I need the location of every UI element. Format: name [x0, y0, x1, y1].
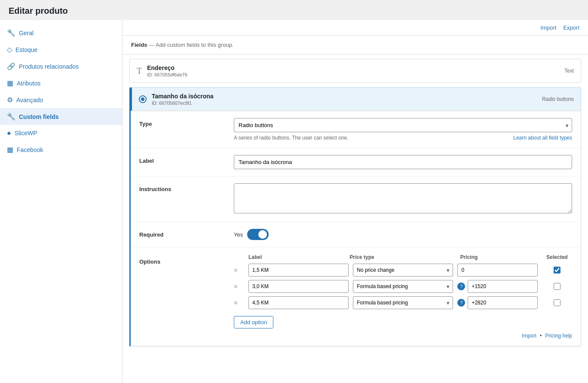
- sidebar-item-label: Atributos: [17, 80, 40, 87]
- label-input[interactable]: [234, 155, 572, 169]
- option-label-input-2[interactable]: [248, 280, 349, 293]
- field-info-tamanho: Tamanho da isócrona ID: 66705607ec9f1: [152, 93, 537, 106]
- option-price-type-col-3: No price change Formula based pricing: [353, 296, 453, 309]
- box-icon: ◇: [7, 46, 12, 54]
- options-content: Label Price type Pricing Selected ≡: [234, 254, 572, 339]
- wrench-icon: 🔧: [7, 29, 15, 37]
- sidebar-item-label: Avançado: [16, 97, 43, 103]
- learn-all-fields-link[interactable]: Learn about all field types: [513, 135, 572, 141]
- option-price-type-select-1[interactable]: No price change Formula based pricing: [353, 264, 453, 277]
- option-label-input-3[interactable]: [248, 296, 349, 309]
- option-selected-checkbox-1[interactable]: [554, 267, 560, 274]
- sidebar-item-label: Produtos relacionados: [19, 63, 79, 70]
- main-content: Import Export Fields — Add custom fields…: [122, 20, 588, 383]
- pricing-help-link[interactable]: Pricing help: [545, 333, 572, 339]
- bullet-separator: •: [540, 333, 542, 339]
- option-price-type-select-3[interactable]: No price change Formula based pricing: [353, 296, 453, 309]
- instructions-label: Instructions: [139, 183, 225, 192]
- field-card-address: T Endereço ID: 667055df6de76 Text: [129, 59, 581, 83]
- link-icon: 🔗: [7, 62, 15, 70]
- field-card-tamanho: Tamanho da isócrona ID: 66705607ec9f1 Ra…: [129, 87, 581, 347]
- options-table-header: Label Price type Pricing Selected: [234, 254, 572, 260]
- field-tamanho-id: ID: 66705607ec9f1: [152, 100, 537, 106]
- instructions-content: [234, 183, 572, 215]
- page-title: Editar produto: [0, 0, 588, 20]
- fields-icon: 🔧: [7, 112, 15, 121]
- sidebar: 🔧 Geral ◇ Estoque 🔗 Produtos relacionado…: [0, 20, 122, 383]
- option-pricing-input-2[interactable]: [468, 280, 538, 293]
- sidebar-item-avancado[interactable]: ⚙ Avançado: [0, 91, 122, 108]
- field-tamanho-name: Tamanho da isócrona: [152, 93, 537, 100]
- sidebar-item-custom-fields[interactable]: 🔧 Custom fields: [0, 108, 122, 125]
- drag-handle-3[interactable]: ≡: [234, 299, 244, 306]
- help-icon-3[interactable]: ?: [457, 299, 465, 307]
- radio-button-icon: [139, 95, 147, 103]
- export-link[interactable]: Export: [563, 24, 579, 31]
- sidebar-item-facebook[interactable]: ▦ Facebook: [0, 141, 122, 158]
- options-table: Label Price type Pricing Selected ≡: [234, 254, 572, 339]
- option-label-col-1: [248, 264, 349, 277]
- field-address-name: Endereço: [147, 64, 559, 71]
- option-selected-col-1: [542, 267, 572, 274]
- sidebar-item-produtos-relacionados[interactable]: 🔗 Produtos relacionados: [0, 58, 122, 75]
- option-pricing-col-1: [457, 264, 538, 277]
- option-selected-checkbox-2[interactable]: [554, 283, 560, 290]
- col-pricing-header: Pricing: [451, 254, 538, 260]
- type-hint: A series of radio buttons. The user can …: [234, 135, 572, 141]
- option-pricing-input-1[interactable]: [457, 264, 538, 277]
- option-price-type-col-2: No price change Formula based pricing: [353, 280, 453, 293]
- type-select-wrapper: Radio buttons Text Select Checkbox: [234, 118, 572, 132]
- required-toggle[interactable]: [247, 229, 269, 240]
- sidebar-item-label: Facebook: [17, 146, 43, 153]
- top-bar: Import Export: [122, 20, 588, 36]
- required-label: Required: [139, 229, 225, 238]
- option-pricing-input-3[interactable]: [468, 296, 538, 309]
- add-option-button[interactable]: Add option: [234, 316, 273, 328]
- type-label: Type: [139, 118, 225, 127]
- label-content: [234, 155, 572, 169]
- sidebar-item-atributos[interactable]: ▦ Atributos: [0, 75, 122, 91]
- option-label-input-1[interactable]: [248, 264, 349, 277]
- type-content: Radio buttons Text Select Checkbox A ser…: [234, 118, 572, 141]
- required-toggle-wrapper: Yes: [234, 229, 572, 240]
- label-row-label: Label: [139, 155, 225, 164]
- option-pricing-col-3: ?: [457, 296, 538, 309]
- drag-handle-1[interactable]: ≡: [234, 267, 244, 274]
- field-info-address: Endereço ID: 667055df6de76: [147, 64, 559, 77]
- field-card-tamanho-header[interactable]: Tamanho da isócrona ID: 66705607ec9f1 Ra…: [131, 88, 581, 111]
- options-import-link[interactable]: Import: [522, 333, 536, 339]
- option-selected-checkbox-3[interactable]: [554, 299, 560, 306]
- type-row: Type Radio buttons Text Select Checkbox …: [131, 111, 581, 148]
- circle-icon: ●: [7, 129, 11, 137]
- drag-handle-2[interactable]: ≡: [234, 283, 244, 290]
- option-price-type-select-2[interactable]: No price change Formula based pricing: [353, 280, 453, 293]
- field-tamanho-type: Radio buttons: [542, 96, 574, 102]
- field-address-id: ID: 667055df6de76: [147, 72, 559, 77]
- required-content: Yes: [234, 229, 572, 240]
- options-footer: Import • Pricing help: [234, 328, 572, 339]
- grid-icon: ▦: [7, 79, 13, 87]
- sidebar-item-label: SliceWP: [15, 130, 37, 137]
- text-type-icon: T: [137, 66, 142, 76]
- import-link[interactable]: Import: [541, 24, 557, 31]
- instructions-row: Instructions: [131, 176, 581, 222]
- option-pricing-col-2: ?: [457, 280, 538, 293]
- option-label-col-3: [248, 296, 349, 309]
- field-card-address-header[interactable]: T Endereço ID: 667055df6de76 Text: [130, 59, 581, 82]
- sidebar-item-label: Estoque: [15, 46, 37, 53]
- option-price-type-col-1: No price change Formula based pricing: [353, 264, 453, 277]
- sidebar-item-estoque[interactable]: ◇ Estoque: [0, 41, 122, 58]
- sidebar-item-geral[interactable]: 🔧 Geral: [0, 24, 122, 41]
- type-select[interactable]: Radio buttons Text Select Checkbox: [234, 118, 572, 132]
- col-price-type-header: Price type: [349, 254, 446, 260]
- field-expanded-form: Type Radio buttons Text Select Checkbox …: [131, 111, 581, 346]
- options-row: Options Label Price type Pricing Selecte…: [131, 247, 581, 346]
- option-selected-col-3: [542, 299, 572, 306]
- help-icon-2[interactable]: ?: [457, 283, 465, 290]
- required-toggle-label: Yes: [234, 231, 243, 238]
- option-row-2: ≡ No price change Formula based pricing: [234, 280, 572, 293]
- instructions-input[interactable]: [234, 183, 572, 213]
- sidebar-item-slicewp[interactable]: ● SliceWP: [0, 125, 122, 141]
- toggle-slider: [247, 229, 269, 240]
- option-label-col-2: [248, 280, 349, 293]
